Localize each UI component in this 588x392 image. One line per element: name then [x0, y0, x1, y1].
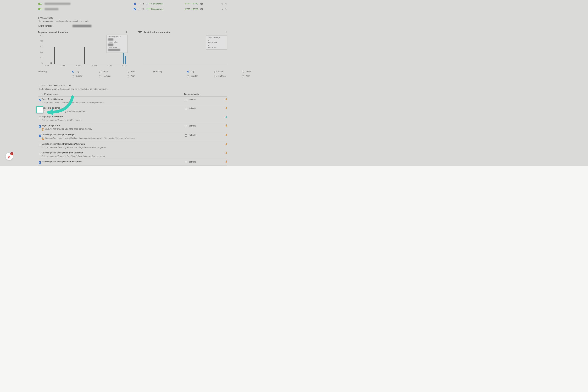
domain-row: HTTPS HTTPS deactivate HTTPHTTPS ? ★✎ — [38, 1, 227, 6]
sort-icon[interactable]: ⌄ — [42, 93, 43, 96]
product-table-body: Tools | Event CalendarThis product shows… — [38, 97, 227, 166]
product-description: This product enables using Pushwoosh plu… — [42, 146, 184, 149]
svg-rect-6 — [225, 117, 225, 118]
toggle-enabled[interactable] — [38, 2, 42, 5]
y-axis: 500 400 300 200 100 0 — [38, 35, 44, 64]
product-enable-checkbox[interactable] — [39, 125, 41, 128]
dispatch-chart: Dispatch volumes information ⬇ 500 400 3… — [38, 28, 128, 66]
product-description: This product shows a calendar full of ev… — [42, 102, 184, 104]
help-icon[interactable]: ? — [200, 2, 203, 5]
https-chip: HTTPS — [192, 3, 198, 5]
svg-rect-13 — [226, 134, 226, 136]
grouping-option-week[interactable]: Week — [98, 70, 115, 73]
product-description: CThis product enables using the page edi… — [42, 128, 184, 130]
https-deactivate-link[interactable]: HTTPS deactivate — [146, 8, 163, 10]
csa-monitor-checkbox[interactable] — [39, 109, 41, 111]
svg-rect-2 — [226, 98, 227, 100]
star-icon[interactable]: ★ — [221, 2, 223, 5]
svg-rect-5 — [226, 107, 227, 109]
grouping-option-year[interactable]: Year — [126, 75, 143, 78]
account-config-heading: ACCOUNT CONFIGURATION — [42, 84, 71, 87]
svg-rect-4 — [226, 108, 226, 109]
edit-icon[interactable]: ✎ — [225, 2, 227, 5]
demo-activate-label: activate — [189, 161, 196, 163]
download-icon[interactable]: ⬇ — [125, 31, 128, 34]
product-enable-checkbox[interactable] — [39, 99, 41, 101]
grouping-option-day[interactable]: Day — [71, 70, 88, 73]
product-table-header: ⌄Product name Demo activation — [38, 92, 227, 97]
domain-name-blurred — [45, 3, 71, 5]
demo-activate-checkbox[interactable] — [185, 125, 187, 127]
grouping-option-half-year[interactable]: Half year — [98, 75, 115, 78]
https-checkbox[interactable] — [134, 8, 136, 10]
grouping-option-year[interactable]: Year — [241, 75, 258, 78]
grouping-option-day[interactable]: Day — [186, 70, 203, 73]
product-row: Pages | Page EditorCThis product enables… — [38, 123, 227, 132]
grouping-option-half-year[interactable]: Half year — [213, 75, 231, 78]
svg-rect-3 — [225, 108, 225, 109]
product-description: CThis product enables using SMS plugin i… — [42, 137, 184, 140]
product-title: Pages | Page Editor — [42, 124, 184, 127]
svg-rect-17 — [226, 143, 227, 145]
chart-icon[interactable] — [222, 124, 227, 130]
product-title: Marketing Automation | Pushwoosh WebPush — [42, 143, 184, 145]
toggle-enabled[interactable] — [38, 8, 42, 10]
https-checkbox[interactable] — [134, 2, 136, 5]
product-row: Reports | CSA MonitorThis product enable… — [38, 114, 227, 123]
active-contacts-value-blurred — [73, 25, 91, 27]
edit-icon[interactable]: ✎ — [225, 8, 227, 10]
chart-icon[interactable] — [222, 107, 227, 112]
product-enable-checkbox[interactable] — [39, 116, 41, 119]
star-icon[interactable]: ★ — [221, 8, 223, 10]
https-deactivate-link[interactable]: HTTPS deactivate — [146, 2, 163, 5]
demo-activate-checkbox[interactable] — [185, 108, 187, 110]
demo-activate-label: activate — [189, 107, 196, 110]
svg-rect-22 — [226, 161, 226, 162]
grouping-option-quarter[interactable]: Quarter — [186, 75, 203, 78]
domain-list: HTTPS HTTPS deactivate HTTPHTTPS ? ★✎ HT… — [38, 1, 227, 12]
grouping-option-month[interactable]: Month — [241, 70, 258, 73]
svg-rect-11 — [226, 124, 227, 126]
product-enable-checkbox[interactable] — [39, 161, 41, 164]
svg-rect-16 — [226, 144, 226, 145]
grouping-option-week[interactable]: Week — [213, 70, 231, 73]
collapse-icon[interactable]: ⌄ — [38, 84, 40, 87]
product-title: Tools | Chi-squared test — [42, 107, 184, 109]
svg-rect-7 — [226, 116, 226, 118]
product-enable-checkbox[interactable] — [39, 152, 41, 155]
grouping-controls: Grouping:DayWeekMonthQuarterHalf yearYea… — [38, 70, 227, 79]
https-label: HTTPS — [138, 8, 145, 10]
assist-count-badge: 2 — [10, 152, 14, 155]
account-config-section: ⌄ ACCOUNT CONFIGURATION The functional r… — [38, 84, 227, 166]
assist-widget[interactable]: g. 2 — [6, 152, 13, 160]
demo-activate-checkbox[interactable] — [185, 134, 187, 136]
product-description: This product enables using the CSA monit… — [42, 119, 184, 121]
demo-activate-checkbox[interactable] — [185, 99, 187, 101]
chart-icon[interactable] — [222, 134, 227, 140]
grouping-option-month[interactable]: Month — [126, 70, 143, 73]
evaluations-heading: EVALUATIONS — [38, 17, 227, 19]
product-enable-checkbox[interactable] — [39, 144, 41, 146]
product-row: Marketing Automation | OneSignal WebPush… — [38, 150, 227, 159]
product-title: Marketing Automation | Notificare AppPus… — [42, 160, 184, 163]
demo-activate-checkbox[interactable] — [185, 161, 187, 164]
col-product-name[interactable]: Product name — [44, 93, 58, 96]
https-chip: HTTPS — [192, 8, 198, 10]
product-enable-checkbox[interactable] — [39, 134, 41, 137]
help-icon[interactable]: ? — [200, 8, 203, 10]
chart-icon[interactable] — [222, 98, 227, 104]
product-row: Marketing Automation | Pushwoosh WebPush… — [38, 142, 227, 150]
chart-icon[interactable] — [222, 116, 227, 121]
chart-icon[interactable] — [222, 160, 227, 164]
col-demo-activation[interactable]: Demo activation — [184, 93, 222, 96]
grouping-option-quarter[interactable]: Quarter — [71, 75, 88, 78]
evaluations-description: This area contains key figures for the s… — [38, 20, 227, 22]
download-icon[interactable]: ⬇ — [225, 31, 227, 34]
chart-icon[interactable] — [222, 152, 227, 158]
chart-icon[interactable] — [222, 143, 227, 149]
x-axis: 4. Dec 11. Dec 18. Dec 25. Dec 1. Jan 8.… — [44, 64, 128, 66]
account-config-description: The functional range of the account can … — [38, 88, 227, 90]
svg-rect-21 — [225, 162, 225, 162]
product-title: Tools | Event Calendar — [42, 98, 184, 100]
demo-activate-label: activate — [189, 124, 196, 127]
